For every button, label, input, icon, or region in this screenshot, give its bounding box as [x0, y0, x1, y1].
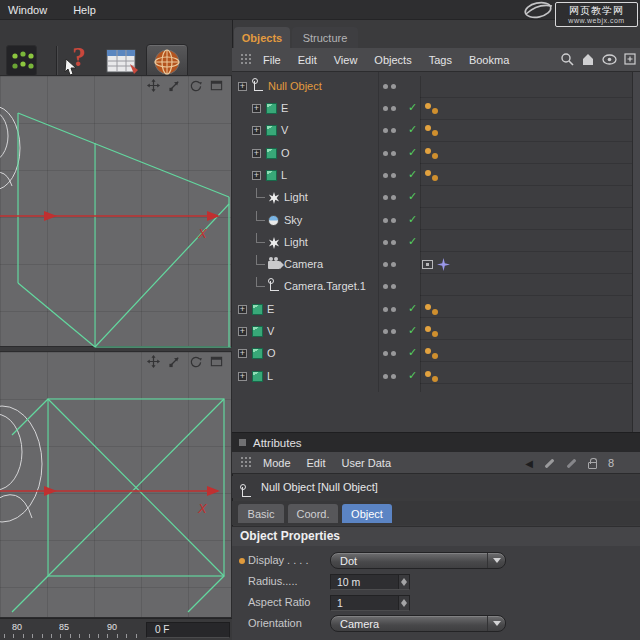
expand-icon[interactable]: + — [238, 305, 247, 314]
visibility-dots[interactable] — [383, 351, 388, 356]
enabled-check-icon[interactable]: ✓ — [408, 235, 417, 248]
rotate-view-icon[interactable] — [189, 355, 202, 368]
object-row[interactable]: + O ✓ — [232, 143, 632, 165]
attr-menu-mode[interactable]: Mode — [263, 457, 291, 469]
history-back-icon[interactable]: ◀ — [525, 458, 533, 469]
panel-menu-icon[interactable] — [624, 53, 636, 65]
keyframe-dot[interactable] — [239, 558, 245, 564]
expand-icon[interactable]: + — [252, 126, 261, 135]
dice-icon[interactable] — [6, 45, 37, 76]
attributes-titlebar[interactable]: Attributes — [232, 432, 640, 452]
timeline-ruler[interactable]: 80 85 90 0 F — [0, 618, 232, 640]
om-menu-tags[interactable]: Tags — [429, 54, 452, 66]
enabled-check-icon[interactable]: ✓ — [408, 146, 417, 159]
tab-basic[interactable]: Basic — [238, 504, 284, 523]
expand-icon[interactable]: + — [252, 149, 261, 158]
attr-menu-edit[interactable]: Edit — [307, 457, 326, 469]
enabled-check-icon[interactable]: ✓ — [408, 346, 417, 359]
spinner-arrows-icon[interactable] — [398, 596, 409, 610]
search-icon[interactable] — [560, 52, 574, 66]
visibility-dots[interactable] — [383, 173, 388, 178]
aspect-ratio-stepper[interactable]: 1 — [330, 595, 410, 611]
lock-icon[interactable] — [588, 462, 597, 469]
enabled-check-icon[interactable]: ✓ — [408, 123, 417, 136]
object-name[interactable]: Light — [284, 191, 308, 203]
object-row[interactable]: + O ✓ — [232, 343, 632, 365]
visibility-dots[interactable] — [383, 218, 388, 223]
maximize-view-icon[interactable] — [210, 355, 223, 368]
radius-stepper[interactable]: 10 m — [330, 574, 410, 590]
object-row[interactable]: + Null Object — [232, 76, 632, 98]
object-row[interactable]: + L ✓ — [232, 165, 632, 187]
display-dropdown[interactable]: Dot — [330, 552, 506, 569]
om-menu-file[interactable]: File — [263, 54, 281, 66]
om-menu-objects[interactable]: Objects — [374, 54, 411, 66]
attr-menu-userdata[interactable]: User Data — [342, 457, 392, 469]
scrollbar[interactable] — [632, 72, 640, 432]
tag-icons[interactable] — [425, 304, 431, 310]
object-name[interactable]: O — [281, 147, 290, 159]
tag-icons[interactable] — [425, 371, 431, 377]
expand-icon[interactable]: + — [252, 171, 261, 180]
object-name[interactable]: Sky — [284, 214, 302, 226]
tab-structure[interactable]: Structure — [292, 27, 358, 48]
object-name[interactable]: E — [267, 303, 274, 315]
object-row[interactable]: + L ✓ — [232, 366, 632, 388]
menu-help[interactable]: Help — [73, 4, 96, 16]
menu-window[interactable]: Window — [8, 4, 47, 16]
help-pointer-icon[interactable]: ? — [64, 42, 104, 78]
enabled-check-icon[interactable]: ✓ — [408, 213, 417, 226]
pan-view-icon[interactable] — [147, 79, 160, 92]
expand-icon[interactable]: + — [238, 372, 247, 381]
enabled-check-icon[interactable]: ✓ — [408, 168, 417, 181]
viewport-perspective[interactable]: X — [0, 75, 232, 347]
tag-icons[interactable] — [425, 348, 431, 354]
visibility-dots[interactable] — [383, 284, 388, 289]
orientation-dropdown[interactable]: Camera — [330, 615, 506, 632]
object-row[interactable]: Sky ✓ — [232, 210, 632, 232]
tag-icons[interactable] — [425, 326, 431, 332]
object-row[interactable]: + V ✓ — [232, 321, 632, 343]
spinner-arrows-icon[interactable] — [398, 575, 409, 589]
maximize-view-icon[interactable] — [210, 79, 223, 92]
visibility-dots[interactable] — [383, 106, 388, 111]
object-row[interactable]: Camera — [232, 254, 632, 276]
object-name[interactable]: Camera.Target.1 — [284, 280, 366, 292]
expand-icon[interactable]: + — [252, 104, 261, 113]
visibility-dots[interactable] — [383, 151, 388, 156]
enabled-check-icon[interactable]: ✓ — [408, 324, 417, 337]
object-name[interactable]: Light — [284, 236, 308, 248]
target-tag-icon[interactable] — [437, 258, 450, 271]
visibility-dots[interactable] — [383, 307, 388, 312]
object-name[interactable]: E — [281, 102, 288, 114]
panel-handle-icon[interactable] — [240, 456, 253, 469]
object-name[interactable]: V — [281, 124, 288, 136]
object-row[interactable]: Light ✓ — [232, 187, 632, 209]
visibility-dots[interactable] — [383, 262, 388, 267]
visibility-dots[interactable] — [383, 374, 388, 379]
object-row[interactable]: + V ✓ — [232, 120, 632, 142]
object-name[interactable]: Camera — [284, 258, 323, 270]
tab-object[interactable]: Object — [342, 504, 392, 523]
spreadsheet-icon[interactable] — [104, 46, 140, 76]
tag-icons[interactable] — [425, 125, 431, 131]
object-name[interactable]: Null Object — [268, 80, 322, 92]
tag-icons[interactable] — [425, 103, 431, 109]
tab-objects[interactable]: Objects — [234, 27, 290, 48]
om-menu-view[interactable]: View — [334, 54, 358, 66]
enabled-check-icon[interactable]: ✓ — [408, 369, 417, 382]
zoom-view-icon[interactable] — [168, 79, 181, 92]
visibility-dots[interactable] — [383, 195, 388, 200]
tag-icons[interactable] — [425, 170, 431, 176]
object-name[interactable]: O — [267, 347, 276, 359]
zoom-view-icon[interactable] — [168, 355, 181, 368]
pen-icon[interactable] — [566, 458, 576, 468]
enabled-check-icon[interactable]: ✓ — [408, 302, 417, 315]
camera-view-icon[interactable] — [422, 260, 433, 269]
link-icon[interactable]: 8 — [608, 457, 614, 469]
visibility-dots[interactable] — [383, 329, 388, 334]
rotate-view-icon[interactable] — [189, 79, 202, 92]
object-row[interactable]: + E ✓ — [232, 98, 632, 120]
visibility-dots[interactable] — [383, 84, 388, 89]
pan-view-icon[interactable] — [147, 355, 160, 368]
